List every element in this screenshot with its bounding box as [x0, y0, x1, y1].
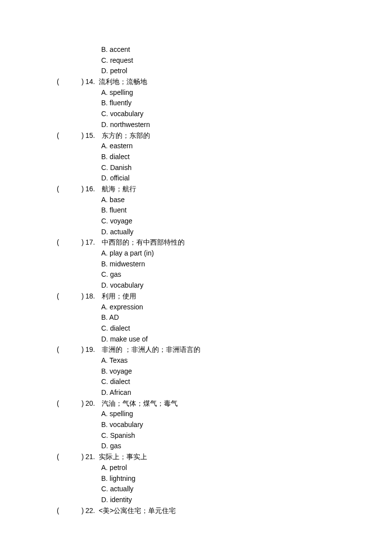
paren-open: (	[57, 77, 62, 87]
answer-option: B. accent	[57, 44, 343, 55]
answer-option: A. spelling	[57, 87, 343, 98]
paren-open: (	[57, 398, 62, 409]
answer-option: A. Texas	[57, 355, 343, 366]
answer-option: B. midwestern	[57, 259, 343, 270]
answer-option: C. Danish	[57, 163, 343, 173]
answer-blank	[62, 398, 81, 409]
question-number: 17.	[85, 237, 98, 248]
question-text: 流利地；流畅地	[98, 77, 147, 87]
answer-option: A. spelling	[57, 409, 343, 420]
answer-option: D. petrol	[57, 66, 343, 77]
answer-option: C. voyage	[57, 216, 343, 227]
paren-close: )	[81, 452, 85, 463]
answer-option: B. lightning	[57, 473, 343, 484]
answer-option: D. make use of	[57, 334, 343, 345]
quiz-content: B. accentC. requestD. petrol()14.流利地；流畅地…	[57, 44, 343, 516]
paren-open: (	[57, 130, 62, 141]
answer-option: D. African	[57, 387, 343, 398]
question-number: 14.	[85, 77, 98, 87]
answer-option: A. eastern	[57, 141, 343, 152]
answer-option: A. base	[57, 195, 343, 206]
paren-open: (	[57, 344, 62, 355]
question-row: ()19.非洲的 ；非洲人的；非洲语言的	[57, 344, 343, 355]
question-text: 实际上；事实上	[98, 452, 147, 463]
paren-close: )	[81, 398, 85, 409]
paren-open: (	[57, 506, 62, 516]
answer-option: D. actually	[57, 227, 343, 238]
answer-blank	[62, 291, 81, 302]
answer-option: D. official	[57, 173, 343, 184]
answer-option: D. identity	[57, 495, 343, 506]
paren-close: )	[81, 237, 85, 248]
answer-option: B. AD	[57, 312, 343, 323]
question-number: 22.	[85, 506, 98, 516]
question-number: 21.	[85, 452, 98, 463]
answer-option: C. vocabulary	[57, 109, 343, 120]
answer-option: D. northwestern	[57, 120, 343, 130]
answer-blank	[62, 77, 81, 87]
question-number: 19.	[85, 344, 98, 355]
question-text: 汽油；气体；煤气；毒气	[98, 398, 178, 409]
paren-close: )	[81, 130, 85, 141]
question-number: 20.	[85, 398, 98, 409]
paren-open: (	[57, 237, 62, 248]
answer-option: B. fluent	[57, 205, 343, 216]
answer-option: C. dialect	[57, 377, 343, 387]
paren-open: (	[57, 184, 62, 195]
answer-option: C. request	[57, 55, 343, 66]
question-row: ()22.<美>公寓住宅；单元住宅	[57, 506, 343, 516]
question-number: 16.	[85, 184, 98, 195]
question-text: 中西部的；有中西部特性的	[98, 237, 185, 248]
answer-option: B. dialect	[57, 152, 343, 163]
question-row: ()21.实际上；事实上	[57, 452, 343, 463]
question-row: ()16.航海；航行	[57, 184, 343, 195]
question-text: 航海；航行	[98, 184, 136, 195]
paren-close: )	[81, 77, 85, 87]
paren-close: )	[81, 506, 85, 516]
question-text: <美>公寓住宅；单元住宅	[98, 506, 176, 516]
answer-option: A. expression	[57, 302, 343, 313]
answer-blank	[62, 184, 81, 195]
paren-close: )	[81, 344, 85, 355]
answer-option: A. play a part (in)	[57, 248, 343, 259]
question-number: 15.	[85, 130, 98, 141]
question-text: 东方的；东部的	[98, 130, 150, 141]
answer-option: C. dialect	[57, 323, 343, 334]
question-text: 非洲的 ；非洲人的；非洲语言的	[98, 344, 200, 355]
question-row: ()15.东方的；东部的	[57, 130, 343, 141]
paren-close: )	[81, 291, 85, 302]
answer-option: A. petrol	[57, 463, 343, 473]
answer-option: C. gas	[57, 269, 343, 280]
answer-option: B. vocabulary	[57, 420, 343, 430]
question-row: ()14.流利地；流畅地	[57, 77, 343, 87]
question-row: ()17.中西部的；有中西部特性的	[57, 237, 343, 248]
paren-open: (	[57, 452, 62, 463]
question-text: 利用；使用	[98, 291, 136, 302]
answer-blank	[62, 130, 81, 141]
answer-blank	[62, 506, 81, 516]
answer-option: D. vocabulary	[57, 280, 343, 291]
paren-close: )	[81, 184, 85, 195]
answer-option: B. fluently	[57, 98, 343, 109]
answer-option: B. voyage	[57, 366, 343, 377]
answer-blank	[62, 237, 81, 248]
question-number: 18.	[85, 291, 98, 302]
paren-open: (	[57, 291, 62, 302]
answer-blank	[62, 344, 81, 355]
answer-option: D. gas	[57, 441, 343, 452]
question-row: ()18.利用；使用	[57, 291, 343, 302]
answer-option: C. actually	[57, 484, 343, 495]
answer-blank	[62, 452, 81, 463]
question-row: ()20.汽油；气体；煤气；毒气	[57, 398, 343, 409]
answer-option: C. Spanish	[57, 430, 343, 441]
